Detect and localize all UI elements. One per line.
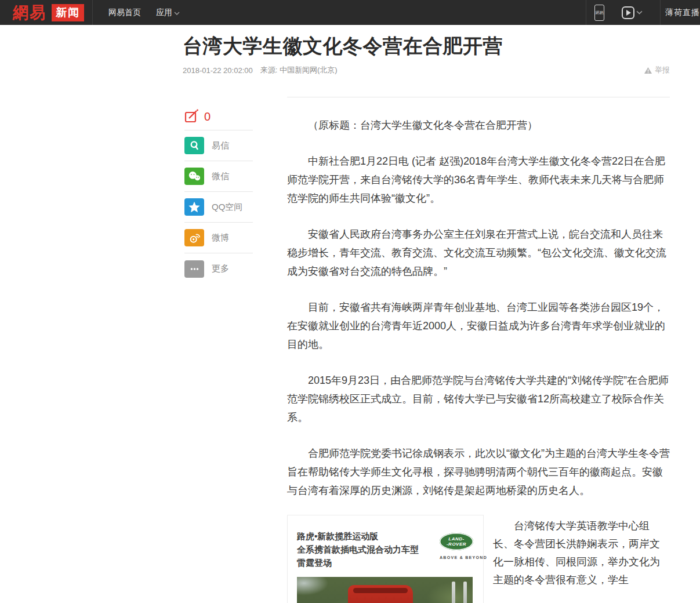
page-title: 台湾大学生徽文化冬令营在合肥开营 <box>183 35 670 57</box>
share-label: QQ空间 <box>212 202 242 213</box>
video-play-icon[interactable] <box>622 6 634 19</box>
share-weibo-button[interactable]: 微博 <box>184 223 253 253</box>
share-label: 微信 <box>212 171 229 182</box>
compose-comment-icon <box>184 109 200 124</box>
bollard-shape <box>463 582 467 603</box>
yixin-icon <box>184 137 204 154</box>
paragraph: 目前，安徽省共有海峡两岸青年创业基地、台湾工业园等各类涉台园区19个，在安徽就业… <box>287 298 670 354</box>
last-paragraph-block: 路虎•新款揽胜运动版 全系携首款插电式混合动力车型 雷霆登场 LAND- -RO… <box>287 517 670 589</box>
paragraph: 中新社合肥1月22日电 (记者 赵强)2018年台湾大学生徽文化冬令营22日在合… <box>287 152 670 208</box>
netease-news-badge: 新闻 <box>52 4 84 21</box>
article-meta: 2018-01-22 20:02:00 来源: 中国新闻网(北京) 举报 <box>183 65 670 75</box>
netease-logo[interactable]: 網易 新闻 <box>13 2 84 23</box>
red-car-shape <box>348 585 413 603</box>
nav-apps-menu[interactable]: 应用 <box>156 8 180 18</box>
more-dots-icon <box>184 260 204 278</box>
header-divider <box>660 0 661 25</box>
source-link[interactable]: 来源: 中国新闻网(北京) <box>260 65 338 75</box>
share-label: 微博 <box>212 233 229 244</box>
ad-car-photo <box>297 577 473 603</box>
article-body: （原标题：台湾大学生徽文化冬令营在合肥开营） 中新社合肥1月22日电 (记者 赵… <box>287 97 670 603</box>
ad-headline: 路虎•新款揽胜运动版 全系携首款插电式混合动力车型 雷霆登场 <box>297 529 423 569</box>
wechat-icon <box>184 168 204 185</box>
nav-home-link[interactable]: 网易首页 <box>108 8 141 18</box>
landrover-ad[interactable]: 路虎•新款揽胜运动版 全系携首款插电式混合动力车型 雷霆登场 LAND- -RO… <box>287 515 484 603</box>
share-wechat-button[interactable]: 微信 <box>184 161 253 192</box>
chevron-down-icon <box>174 12 180 15</box>
warning-triangle-icon <box>644 67 652 74</box>
share-yixin-button[interactable]: 易信 <box>184 130 253 161</box>
weibo-icon <box>184 229 204 246</box>
report-button[interactable]: 举报 <box>644 65 670 75</box>
original-title-line: （原标题：台湾大学生徽文化冬令营在合肥开营） <box>287 116 670 135</box>
header-nav: 网易首页 应用 <box>101 8 187 18</box>
share-qzone-button[interactable]: QQ空间 <box>184 192 253 223</box>
share-more-button[interactable]: 更多 <box>184 253 253 284</box>
publish-date: 2018-01-22 20:02:00 <box>183 66 253 75</box>
header-right-group: 網易 薄荷直播 <box>586 0 700 25</box>
ad-tagline: ABOVE & BEYOND <box>440 555 474 560</box>
comment-button[interactable]: 0 <box>184 109 253 130</box>
landrover-logo: LAND- -ROVER ABOVE & BEYOND <box>440 533 474 560</box>
netease-brand-text: 網易 <box>13 2 46 24</box>
paragraph: 合肥师范学院党委书记徐成钢表示，此次以“徽文化”为主题的台湾大学生冬令营旨在帮助… <box>287 444 670 500</box>
header-divider <box>92 0 93 25</box>
qzone-star-icon <box>184 198 204 216</box>
comment-count: 0 <box>204 110 211 123</box>
share-sidebar: 0 易信 微信 QQ空间 微博 <box>184 109 253 284</box>
chevron-down-icon[interactable] <box>636 10 643 14</box>
share-label: 易信 <box>212 140 229 151</box>
landrover-oval-icon: LAND- -ROVER <box>440 533 473 550</box>
top-nav-bar: 網易 新闻 网易首页 应用 網易 薄荷直播 <box>0 0 700 25</box>
bollard-shape <box>452 582 455 603</box>
header-divider <box>586 0 586 25</box>
share-label: 更多 <box>212 263 229 274</box>
mobile-app-icon[interactable]: 網易 <box>594 5 604 21</box>
live-channel-link[interactable]: 薄荷直播 <box>665 8 700 18</box>
paragraph: 安徽省人民政府台湾事务办公室主任刘泉在开营式上说，皖台交流和人员往来稳步增长，青… <box>287 225 670 281</box>
paragraph: 2015年9月23日，由合肥师范学院与台湾铭传大学共建的“刘铭传学院”在合肥师范… <box>287 371 670 427</box>
